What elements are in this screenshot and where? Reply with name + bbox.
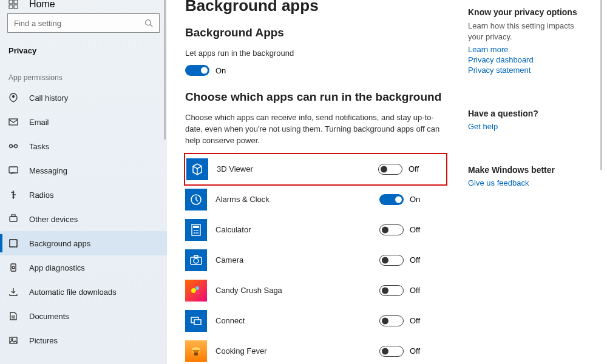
- nav-icon: [8, 263, 18, 272]
- app-toggle[interactable]: [379, 346, 404, 357]
- svg-point-15: [13, 197, 14, 198]
- app-row-cooking-fever: Cooking FeverOff: [185, 336, 446, 364]
- app-toggle-state: Off: [410, 316, 420, 325]
- svg-point-33: [197, 230, 198, 231]
- sidebar-item-app-diagnostics[interactable]: App diagnostics: [0, 255, 167, 280]
- sidebar-item-other-devices[interactable]: Other devices: [0, 207, 167, 231]
- master-toggle-state: On: [215, 66, 226, 75]
- home-label: Home: [29, 0, 55, 10]
- svg-point-36: [197, 232, 198, 234]
- app-row-3d-viewer: 3D ViewerOff: [184, 153, 447, 186]
- section-heading-choose-apps: Choose which apps can run in the backgro…: [185, 90, 446, 104]
- app-icon: [185, 340, 207, 362]
- nav-icon: [8, 214, 18, 224]
- app-toggle[interactable]: [379, 224, 404, 235]
- app-toggle-state: Off: [410, 346, 420, 356]
- sidebar-item-tasks[interactable]: Tasks: [0, 134, 167, 158]
- sidebar-item-label: Other devices: [29, 215, 78, 224]
- section-heading-background-apps: Background Apps: [185, 26, 446, 39]
- app-name-label: Alarms & Clock: [215, 195, 379, 204]
- nav-icon: [8, 238, 18, 248]
- app-name-label: Camera: [215, 255, 379, 265]
- app-row-alarms-clock: Alarms & ClockOn: [185, 184, 446, 215]
- rail-privacy-text: Learn how this setting impacts your priv…: [468, 21, 586, 42]
- app-name-label: Calculator: [215, 225, 379, 234]
- link-privacy-statement[interactable]: Privacy statement: [468, 66, 586, 75]
- link-get-help[interactable]: Get help: [468, 122, 586, 131]
- sidebar-item-label: App diagnostics: [29, 263, 85, 272]
- sidebar-item-messaging[interactable]: Messaging: [0, 158, 167, 183]
- nav-icon: [8, 166, 18, 175]
- sidebar-section-header: App permissions: [0, 69, 167, 86]
- app-row-calculator: CalculatorOff: [185, 215, 446, 245]
- app-toggle-state: Off: [410, 225, 420, 234]
- link-privacy-dashboard[interactable]: Privacy dashboard: [468, 55, 586, 64]
- nav-icon: [8, 117, 18, 127]
- svg-point-38: [194, 258, 198, 263]
- svg-point-31: [194, 230, 195, 231]
- search-input[interactable]: Find a setting: [7, 13, 160, 33]
- app-name-label: 3D Viewer: [217, 164, 378, 174]
- search-icon: [144, 19, 153, 27]
- svg-point-42: [195, 286, 199, 290]
- app-toggle[interactable]: [379, 285, 404, 296]
- section-description: Choose which apps can receive info, send…: [185, 112, 446, 147]
- sidebar-scrollbar[interactable]: [164, 0, 166, 364]
- rail-privacy-head: Know your privacy options: [468, 7, 586, 17]
- master-toggle-label: Let apps run in the background: [185, 48, 446, 59]
- svg-point-40: [191, 288, 196, 293]
- svg-rect-1: [14, 0, 18, 4]
- sidebar-item-call-history[interactable]: Call history: [0, 86, 167, 110]
- sidebar-item-label: Radios: [29, 190, 53, 200]
- home-icon: [8, 0, 18, 9]
- app-name-label: Candy Crush Saga: [215, 286, 379, 295]
- app-toggle[interactable]: [379, 315, 404, 326]
- svg-rect-30: [193, 226, 199, 228]
- sidebar-item-pictures[interactable]: Pictures: [0, 328, 167, 352]
- sidebar-item-label: Tasks: [29, 142, 49, 151]
- sidebar-item-label: Background apps: [29, 239, 90, 248]
- app-row-candy-crush-saga: Candy Crush SagaOff: [185, 275, 446, 306]
- sidebar-item-documents[interactable]: Documents: [0, 304, 167, 328]
- sidebar-item-label: Pictures: [29, 336, 58, 345]
- sidebar-item-label: Documents: [29, 312, 69, 321]
- app-icon: [185, 189, 207, 211]
- svg-point-32: [195, 230, 197, 231]
- sidebar-category[interactable]: Privacy: [0, 39, 167, 69]
- rail-feedback-head: Make Windows better: [468, 165, 586, 175]
- svg-rect-3: [14, 5, 18, 8]
- app-row-connect: ConnectOff: [185, 306, 446, 336]
- nav-icon: [8, 93, 18, 103]
- sidebar-item-radios[interactable]: Radios: [0, 183, 167, 207]
- app-icon: [186, 158, 208, 180]
- svg-rect-0: [9, 0, 13, 4]
- master-toggle[interactable]: [185, 65, 209, 76]
- app-icon: [185, 310, 207, 332]
- svg-rect-2: [9, 5, 13, 8]
- sidebar-item-home[interactable]: Home: [0, 0, 167, 11]
- svg-rect-21: [10, 240, 17, 247]
- right-rail: Know your privacy options Learn how this…: [446, 0, 592, 364]
- app-name-label: Cooking Fever: [215, 346, 379, 356]
- svg-point-35: [195, 232, 197, 234]
- app-toggle[interactable]: [379, 255, 404, 266]
- svg-point-23: [12, 266, 15, 269]
- sidebar-item-email[interactable]: Email: [0, 110, 167, 134]
- app-toggle[interactable]: [378, 164, 402, 175]
- svg-rect-39: [194, 255, 198, 257]
- main-scrollbar[interactable]: [600, 0, 602, 364]
- svg-rect-18: [10, 217, 17, 221]
- app-icon: [185, 280, 207, 302]
- nav-icon: [8, 287, 18, 297]
- sidebar-item-label: Automatic file downloads: [29, 288, 117, 297]
- link-give-feedback[interactable]: Give us feedback: [468, 178, 586, 187]
- link-learn-more[interactable]: Learn more: [468, 45, 586, 54]
- sidebar-item-automatic-file-downloads[interactable]: Automatic file downloads: [0, 280, 167, 304]
- svg-point-8: [10, 145, 13, 148]
- sidebar-item-background-apps[interactable]: Background apps: [0, 231, 167, 255]
- app-toggle[interactable]: [379, 194, 404, 205]
- app-row-camera: CameraOff: [185, 245, 446, 275]
- app-toggle-state: Off: [410, 255, 420, 265]
- svg-point-41: [195, 290, 200, 295]
- svg-rect-20: [10, 240, 17, 247]
